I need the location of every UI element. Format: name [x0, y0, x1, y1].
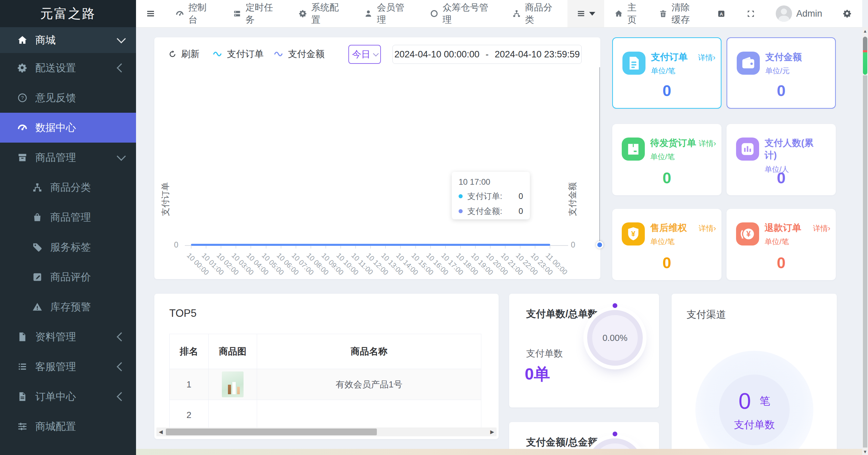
trash-icon [659, 9, 668, 18]
sitemap-icon [30, 182, 45, 193]
bag-icon [30, 212, 45, 223]
sidebar-item-label: 商城配置 [35, 420, 76, 434]
legend-label: 支付订单 [227, 48, 264, 60]
box-icon [15, 152, 30, 163]
detail-link[interactable]: 详情› [698, 53, 715, 63]
language-icon: A [717, 9, 726, 18]
date-range-picker[interactable]: 2024-04-10 00:00:00 - 2024-04-10 23:59:5… [392, 45, 582, 64]
sidebar-item-1[interactable]: 配送设置 [0, 53, 136, 83]
sidebar: 元富之路 商城 配送设置 ?意见反馈 数据中心 商品管理 商品分类 商品管理 服… [0, 0, 136, 455]
legend-pay-amount[interactable]: 支付金额 [274, 45, 325, 63]
sidebar-item-8[interactable]: 商品评价 [0, 262, 136, 292]
col-header-name: 商品名称 [257, 334, 481, 369]
vertical-scrollbar[interactable]: ▲ ▼ [862, 27, 868, 455]
refund-icon: ¥ [738, 224, 757, 243]
house-icon [614, 9, 623, 18]
main-content: 刷新 支付订单 支付金额 今日 2024-04-10 00:00:00 - 20… [136, 27, 862, 455]
doclines-icon [624, 54, 643, 73]
avatar [776, 5, 792, 22]
nav-menu-item-2[interactable]: 系统配置 [288, 0, 354, 27]
nav-menu-item-1[interactable]: 定时任务 [223, 0, 288, 27]
circle-icon [430, 9, 439, 18]
stat-card-4: ¥ 售后维权 详情› 单位/笔 0 [612, 209, 721, 280]
nav-menu-item-4[interactable]: 众筹仓号管理 [420, 0, 502, 27]
period-select[interactable]: 今日 [348, 45, 381, 64]
svg-text:A: A [720, 11, 723, 16]
shield-icon: ¥ [624, 224, 643, 243]
sidebar-item-11[interactable]: 客服管理 [0, 352, 136, 382]
payment-channel-panel: 支付渠道 0 笔 支付单数 [672, 294, 837, 455]
username: Admin [796, 8, 822, 19]
stat-card-0: 支付订单 详情› 单位/笔 0 [612, 37, 721, 109]
y-axis-zero-right: 0 [571, 240, 575, 250]
tag-icon [30, 242, 45, 253]
scroll-right-arrow[interactable]: ▶ [488, 427, 497, 436]
channel-label: 支付单数 [734, 418, 775, 432]
sidebar-item-label: 库存预警 [50, 300, 91, 314]
sidebar-item-5[interactable]: 商品分类 [0, 172, 136, 202]
sidebar-item-label: 客服管理 [35, 360, 76, 374]
nav-menu-item-0[interactable]: 控制台 [165, 0, 223, 27]
card-title: 支付人数(累计) [765, 137, 816, 162]
y-axis-zero-left: 0 [174, 240, 178, 250]
scroll-up-arrow[interactable]: ▲ [862, 29, 868, 34]
chevron-left-icon [117, 63, 126, 73]
sidebar-item-label: 意见反馈 [35, 91, 76, 105]
sidebar-item-2[interactable]: ?意见反馈 [0, 83, 136, 113]
card-icon-wrap [622, 52, 645, 75]
settings-gears-button[interactable] [832, 0, 862, 27]
card-title: 支付金额 [765, 51, 802, 63]
scroll-left-arrow[interactable]: ◀ [156, 427, 165, 436]
card-title: 售后维权 [650, 222, 687, 234]
detail-link[interactable]: 详情› [699, 223, 716, 234]
sidebar-toggle-button[interactable] [136, 0, 165, 27]
sitemap-icon [512, 9, 521, 18]
sidebar-item-label: 商品管理 [50, 211, 91, 224]
top5-table: 排名 商品图 商品名称 1 有效会员产品1号 2 [169, 334, 481, 430]
table-horizontal-scrollbar[interactable]: ◀ ▶ [156, 427, 497, 436]
language-button[interactable]: A [707, 0, 736, 27]
sidebar-item-12[interactable]: 订单中心 [0, 382, 136, 412]
card-value: 0 [727, 81, 835, 100]
refresh-button[interactable]: 刷新 [168, 45, 199, 63]
cell-name: 有效会员产品1号 [257, 369, 481, 400]
chevron-left-icon [117, 332, 126, 342]
scroll-down-arrow[interactable]: ▼ [862, 449, 868, 454]
house-icon [15, 35, 30, 46]
sidebar-item-7[interactable]: 服务标签 [0, 232, 136, 262]
fullscreen-button[interactable] [736, 0, 766, 27]
series-dot-icon [459, 194, 463, 198]
sidebar-item-9[interactable]: 库存预警 [0, 292, 136, 322]
scrollbar-thumb[interactable] [166, 429, 377, 435]
table-row: 2 [170, 400, 481, 430]
detail-link[interactable]: 详情› [699, 139, 716, 149]
stat-card-1: 支付金额 单位/元 0 [727, 37, 836, 109]
card-value: 0 [727, 169, 836, 187]
user-menu[interactable]: Admin [766, 0, 832, 27]
gauge-percent: 0.00% [587, 310, 643, 366]
tachometer-icon [175, 9, 184, 18]
y-axis-label-left: 支付订单 [160, 182, 171, 216]
scrollbar-thumb[interactable] [863, 37, 867, 75]
chevron-left-icon [117, 362, 126, 371]
sidebar-item-3[interactable]: 数据中心 [0, 113, 136, 143]
legend-pay-orders[interactable]: 支付订单 [213, 45, 264, 63]
question-icon: ? [15, 92, 30, 103]
chart-tooltip: 10 17:00 支付订单: 0 支付金额: 0 [452, 172, 530, 219]
detail-link[interactable]: 详情› [813, 223, 830, 234]
sidebar-item-0[interactable]: 商城 [0, 27, 136, 53]
sidebar-item-6[interactable]: 商品管理 [0, 202, 136, 232]
chartbar-icon [738, 140, 757, 159]
caret-down-icon [589, 12, 595, 16]
home-link[interactable]: 主页 [604, 0, 648, 27]
sidebar-item-4[interactable]: 商品管理 [0, 143, 136, 172]
clear-cache-button[interactable]: 清除缓存 [649, 0, 707, 27]
sidebar-item-10[interactable]: 资料管理 [0, 322, 136, 352]
horizontal-scrollbar[interactable] [136, 449, 862, 455]
nav-menu-item-3[interactable]: 会员管理 [354, 0, 420, 27]
sidebar-item-13[interactable]: 商城配置 [0, 412, 136, 441]
nav-menu-item-5[interactable]: 商品分类 [502, 0, 568, 27]
card-value: 0 [613, 81, 721, 100]
sidebar-item-label: 数据中心 [35, 121, 76, 135]
navbar-dropdown-button[interactable] [567, 0, 604, 27]
